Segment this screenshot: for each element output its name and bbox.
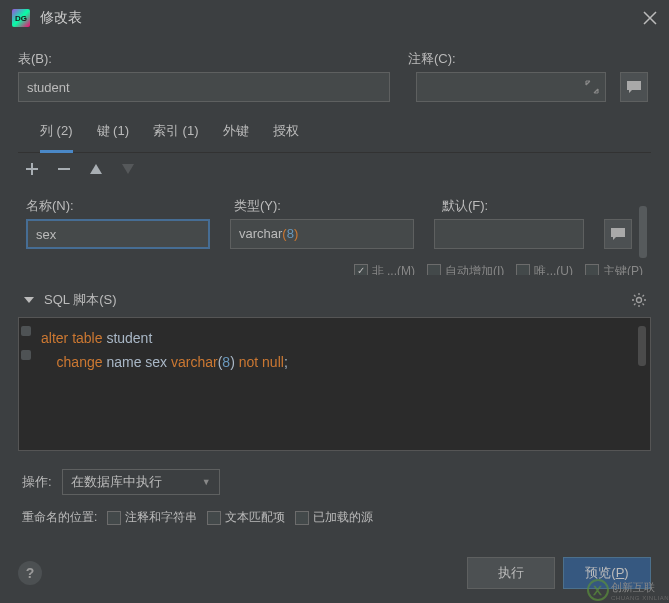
gear-icon[interactable] bbox=[631, 292, 647, 308]
column-flags-row: 非 ...(M) 自动增加(I) 唯...(U) 主键(P) bbox=[18, 249, 651, 275]
primary-key-checkbox[interactable]: 主键(P) bbox=[585, 267, 643, 275]
column-type-input[interactable]: varchar(8) bbox=[230, 219, 414, 249]
remove-icon[interactable] bbox=[56, 161, 72, 177]
sql-scrollbar[interactable] bbox=[638, 326, 646, 366]
speech-icon bbox=[626, 80, 642, 94]
svg-point-0 bbox=[637, 298, 642, 303]
comment-input[interactable] bbox=[416, 72, 606, 102]
sql-code: alter table student change name sex varc… bbox=[25, 326, 644, 374]
comment-charset-checkbox[interactable]: 注释和字符串 bbox=[107, 509, 197, 526]
speech-icon bbox=[610, 227, 626, 241]
close-icon[interactable] bbox=[643, 11, 657, 25]
tab-foreign-keys[interactable]: 外键 bbox=[223, 122, 249, 152]
expand-icon[interactable] bbox=[585, 80, 599, 94]
operation-dropdown[interactable]: 在数据库中执行 ▼ bbox=[62, 469, 220, 495]
tabs: 列 (2) 键 (1) 索引 (1) 外键 授权 bbox=[18, 122, 651, 153]
tab-indexes[interactable]: 索引 (1) bbox=[153, 122, 199, 152]
column-name-input[interactable] bbox=[26, 219, 210, 249]
column-default-input[interactable] bbox=[434, 219, 584, 249]
name-header: 名称(N): bbox=[26, 197, 234, 215]
help-button[interactable]: ? bbox=[18, 561, 42, 585]
comment-label: 注释(C): bbox=[408, 50, 651, 68]
tab-keys[interactable]: 键 (1) bbox=[97, 122, 130, 152]
loaded-source-checkbox[interactable]: 已加载的源 bbox=[295, 509, 373, 526]
type-header: 类型(Y): bbox=[234, 197, 442, 215]
watermark-icon: Ⅹ bbox=[587, 579, 609, 601]
scrollbar[interactable] bbox=[639, 206, 647, 258]
sql-section-header[interactable]: SQL 脚本(S) bbox=[18, 275, 651, 317]
up-icon[interactable] bbox=[88, 161, 104, 177]
sql-section-title: SQL 脚本(S) bbox=[44, 291, 631, 309]
watermark: Ⅹ 创新互联 CHUANG XINLIAN bbox=[587, 579, 669, 601]
operation-label: 操作: bbox=[22, 473, 52, 491]
chevron-down-icon: ▼ bbox=[202, 477, 211, 487]
window-title: 修改表 bbox=[40, 9, 643, 27]
sql-editor[interactable]: alter table student change name sex varc… bbox=[18, 317, 651, 451]
footer: ? 执行 预览(P) bbox=[0, 543, 669, 603]
comment-detail-button[interactable] bbox=[620, 72, 648, 102]
default-header: 默认(F): bbox=[442, 197, 643, 215]
text-match-checkbox[interactable]: 文本匹配项 bbox=[207, 509, 285, 526]
default-detail-button[interactable] bbox=[604, 219, 632, 249]
down-icon[interactable] bbox=[120, 161, 136, 177]
column-toolbar bbox=[18, 153, 651, 185]
not-null-checkbox[interactable]: 非 ...(M) bbox=[354, 267, 415, 275]
execute-button[interactable]: 执行 bbox=[467, 557, 555, 589]
tab-columns[interactable]: 列 (2) bbox=[40, 122, 73, 153]
column-headers: 名称(N): 类型(Y): 默认(F): bbox=[18, 185, 651, 219]
chevron-down-icon bbox=[22, 293, 36, 307]
app-icon: DG bbox=[12, 9, 30, 27]
header-labels: 表(B): 注释(C): bbox=[18, 50, 651, 68]
auto-increment-checkbox[interactable]: 自动增加(I) bbox=[427, 267, 504, 275]
table-label: 表(B): bbox=[18, 50, 408, 68]
table-name-input[interactable] bbox=[18, 72, 390, 102]
title-bar: DG 修改表 bbox=[0, 0, 669, 36]
sql-gutter bbox=[19, 326, 33, 374]
rename-position-label: 重命名的位置: bbox=[22, 509, 97, 526]
unique-checkbox[interactable]: 唯...(U) bbox=[516, 267, 573, 275]
add-icon[interactable] bbox=[24, 161, 40, 177]
tab-grants[interactable]: 授权 bbox=[273, 122, 299, 152]
